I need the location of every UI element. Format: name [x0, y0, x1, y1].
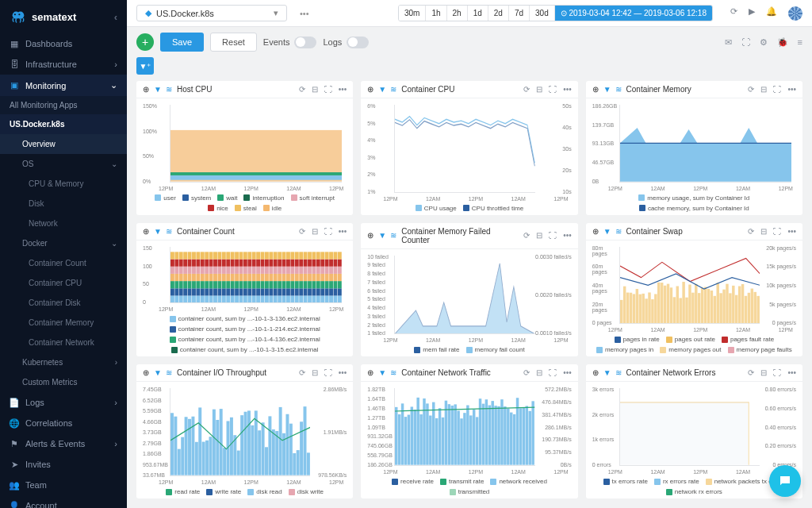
- time-range-custom[interactable]: ⊙ 2019-03-04 12:42 — 2019-03-06 12:18: [555, 6, 712, 21]
- refresh-icon[interactable]: ⟳: [299, 85, 305, 94]
- nav-current-app[interactable]: US.Docker.k8s: [0, 114, 127, 134]
- stream-icon[interactable]: ≋: [166, 85, 172, 94]
- refresh-icon[interactable]: ⟳: [523, 231, 530, 240]
- nav-account[interactable]: 👤Account: [0, 495, 127, 508]
- move-icon[interactable]: ⊕: [367, 368, 373, 377]
- bell-icon[interactable]: 🔔: [766, 6, 777, 21]
- resize-icon[interactable]: ⊟: [312, 227, 318, 236]
- time-range-2h[interactable]: 2h: [447, 6, 468, 21]
- fullscreen-icon[interactable]: ⛶: [324, 227, 332, 236]
- more-icon[interactable]: •••: [563, 368, 572, 377]
- events-toggle[interactable]: [294, 37, 316, 48]
- stream-icon[interactable]: ≋: [615, 227, 622, 236]
- app-menu-button[interactable]: •••: [295, 9, 314, 18]
- refresh-icon[interactable]: ⟳: [299, 368, 305, 377]
- time-range-7d[interactable]: 7d: [509, 6, 530, 21]
- add-button[interactable]: +: [136, 33, 154, 51]
- funnel-icon[interactable]: ▼: [154, 227, 162, 236]
- time-range-30m[interactable]: 30m: [399, 6, 426, 21]
- chart-canvas[interactable]: 10 failed9 failed8 failed7 failed6 faile…: [367, 254, 571, 337]
- stream-icon[interactable]: ≋: [166, 227, 172, 236]
- move-icon[interactable]: ⊕: [592, 227, 599, 236]
- stream-icon[interactable]: ≋: [166, 368, 172, 377]
- stream-icon[interactable]: ≋: [390, 85, 396, 94]
- chart-canvas[interactable]: 150%100%50%0%: [143, 103, 347, 184]
- chart-canvas[interactable]: 3k errors2k errors1k errors0 errors 0.80…: [592, 387, 796, 468]
- nav-dashboards[interactable]: ▦Dashboards: [0, 33, 127, 54]
- refresh-icon[interactable]: ⟳: [748, 85, 754, 94]
- funnel-icon[interactable]: ▼: [378, 85, 386, 94]
- nav-cpu-memory[interactable]: CPU & Memory: [0, 174, 127, 194]
- resize-icon[interactable]: ⊟: [536, 85, 542, 94]
- resize-icon[interactable]: ⊟: [760, 85, 767, 94]
- refresh-icon[interactable]: ⟳: [523, 85, 530, 94]
- chart-canvas[interactable]: 80m pages60m pages40m pages20m pages0 pa…: [592, 245, 796, 326]
- more-icon[interactable]: •••: [787, 85, 796, 94]
- stream-icon[interactable]: ≋: [615, 368, 622, 377]
- fullscreen-icon[interactable]: ⛶: [549, 85, 557, 94]
- funnel-icon[interactable]: ▼: [603, 368, 611, 377]
- funnel-icon[interactable]: ▼: [603, 227, 611, 236]
- nav-container-cpu[interactable]: Container CPU: [0, 273, 127, 293]
- more-icon[interactable]: •••: [339, 227, 347, 236]
- nav-kubernetes[interactable]: Kubernetes›: [0, 352, 127, 372]
- nav-docker[interactable]: Docker⌄: [0, 233, 127, 253]
- fullscreen-icon[interactable]: ⛶: [549, 231, 557, 240]
- funnel-icon[interactable]: ▼: [154, 85, 162, 94]
- nav-container-memory[interactable]: Container Memory: [0, 313, 127, 333]
- app-selector[interactable]: ◆ US.Docker.k8s ▾: [136, 5, 287, 21]
- fullscreen-icon[interactable]: ⛶: [324, 85, 332, 94]
- nav-container-network[interactable]: Container Network: [0, 333, 127, 352]
- funnel-icon[interactable]: ▼: [154, 368, 162, 377]
- reset-button[interactable]: Reset: [210, 33, 257, 52]
- mail-icon[interactable]: ✉: [725, 37, 732, 48]
- more-icon[interactable]: •••: [339, 368, 347, 377]
- refresh-icon[interactable]: ⟳: [730, 6, 737, 21]
- time-range-2d[interactable]: 2d: [488, 6, 509, 21]
- nav-team[interactable]: 👥Team: [0, 475, 127, 495]
- chart-canvas[interactable]: 7.45GB6.52GB5.59GB4.66GB3.73GB2.79GB1.86…: [143, 387, 347, 478]
- menu-icon[interactable]: ≡: [798, 37, 802, 48]
- resize-icon[interactable]: ⊟: [312, 85, 318, 94]
- funnel-icon[interactable]: ▼: [378, 368, 386, 377]
- nav-disk[interactable]: Disk: [0, 194, 127, 214]
- nav-infrastructure[interactable]: 🗄Infrastructure›: [0, 54, 127, 75]
- move-icon[interactable]: ⊕: [143, 227, 149, 236]
- nav-logs[interactable]: 📄Logs›: [0, 392, 127, 413]
- stream-icon[interactable]: ≋: [390, 231, 396, 240]
- nav-invites[interactable]: ➤Invites: [0, 454, 127, 475]
- refresh-icon[interactable]: ⟳: [748, 227, 754, 236]
- fullscreen-icon[interactable]: ⛶: [549, 368, 557, 377]
- move-icon[interactable]: ⊕: [367, 231, 373, 240]
- move-icon[interactable]: ⊕: [367, 85, 373, 94]
- nav-container-disk[interactable]: Container Disk: [0, 293, 127, 313]
- save-button[interactable]: Save: [160, 33, 204, 52]
- nav-overview[interactable]: Overview: [0, 134, 127, 154]
- nav-correlations[interactable]: 🌐Correlations: [0, 413, 127, 433]
- nav-monitoring[interactable]: ▣Monitoring⌄: [0, 75, 127, 96]
- move-icon[interactable]: ⊕: [143, 368, 149, 377]
- chart-canvas[interactable]: 1.82TB1.64TB1.46TB1.27TB1.09TB931.32GB74…: [367, 387, 571, 468]
- chart-canvas[interactable]: 150100500: [143, 245, 347, 306]
- move-icon[interactable]: ⊕: [592, 85, 599, 94]
- stream-icon[interactable]: ≋: [615, 85, 622, 94]
- time-range-1d[interactable]: 1d: [468, 6, 488, 21]
- resize-icon[interactable]: ⊟: [536, 231, 542, 240]
- funnel-icon[interactable]: ▼: [603, 85, 611, 94]
- nav-network[interactable]: Network: [0, 214, 127, 233]
- user-avatar[interactable]: [788, 6, 802, 21]
- nav-container-count[interactable]: Container Count: [0, 253, 127, 273]
- time-range-30d[interactable]: 30d: [530, 6, 555, 21]
- nav-all-apps[interactable]: All Monitoring Apps: [0, 96, 127, 114]
- play-icon[interactable]: ▶: [749, 6, 755, 21]
- stream-icon[interactable]: ≋: [390, 368, 396, 377]
- more-icon[interactable]: •••: [563, 231, 572, 240]
- expand-icon[interactable]: ⛶: [741, 37, 750, 48]
- funnel-icon[interactable]: ▼: [378, 231, 386, 240]
- more-icon[interactable]: •••: [339, 85, 347, 94]
- resize-icon[interactable]: ⊟: [760, 368, 767, 377]
- sidebar-collapse-icon[interactable]: ‹: [114, 11, 117, 23]
- move-icon[interactable]: ⊕: [143, 85, 149, 94]
- fullscreen-icon[interactable]: ⛶: [773, 368, 781, 377]
- nav-custom-metrics[interactable]: Custom Metrics: [0, 372, 127, 392]
